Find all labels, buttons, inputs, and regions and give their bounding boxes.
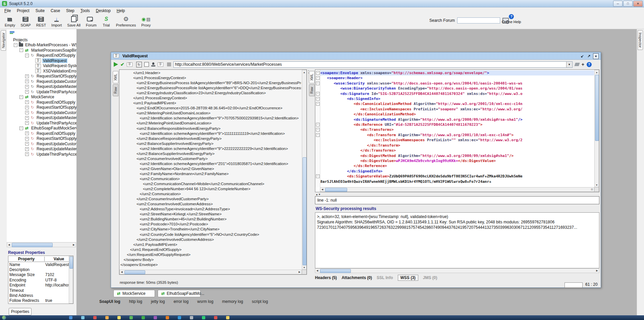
tree-row[interactable]: +RequestStartOfSupply <box>7 136 76 142</box>
property-row[interactable]: Message Size7102 <box>8 272 73 277</box>
taskbar-app-icon[interactable] <box>81 316 85 319</box>
properties-vscrollbar[interactable] <box>69 256 73 304</box>
app-title-bar[interactable]: S SoapUI 5.2.0 ─ □ ✕ <box>0 0 644 7</box>
tree-row[interactable]: +RequestUpdateCustomerInform <box>7 141 76 147</box>
fold-collapse-icon[interactable]: − <box>316 76 320 80</box>
expand-icon[interactable]: + <box>25 106 29 109</box>
request-help-icon[interactable]: ? <box>587 62 592 67</box>
inspector-tab-headers-5-[interactable]: Headers (5) <box>315 275 337 280</box>
expand-icon[interactable]: + <box>25 142 29 146</box>
expand-icon[interactable]: + <box>25 90 29 94</box>
toolbar-button-rest[interactable]: REST <box>34 15 49 28</box>
request-editor[interactable]: </urn1:Header> <urn1:ProcessEnergyContex… <box>119 69 307 275</box>
create-soap-icon[interactable] <box>158 62 163 67</box>
collapse-icon[interactable]: − <box>19 48 23 52</box>
collapse-icon[interactable]: − <box>25 54 29 57</box>
endpoint-combo[interactable]: http://localhost:8080/WebService/service… <box>173 61 573 68</box>
endpoint-dropdown-icon[interactable]: ▼ <box>566 62 572 67</box>
tree-row[interactable]: +RequestEndOfSupply <box>7 100 76 105</box>
submit-request-icon[interactable] <box>114 62 118 67</box>
property-row[interactable]: EncodingUTF-8 <box>8 277 73 282</box>
fold-collapse-icon[interactable]: − <box>316 174 320 178</box>
inspector-tab-attachments-0-[interactable]: Attachments (0) <box>341 275 372 280</box>
menu-item-case[interactable]: Case <box>48 8 63 14</box>
minimize-button[interactable]: ─ <box>613 1 623 7</box>
tree-row[interactable]: XSDValidationErrorRequest <box>7 68 76 74</box>
fold-collapse-icon[interactable]: − <box>316 71 320 75</box>
expand-icon[interactable]: + <box>25 121 29 125</box>
menu-item-desktop[interactable]: Desktop <box>93 8 114 14</box>
toolbar-button-save-all[interactable]: Save All <box>64 15 83 28</box>
expand-icon[interactable]: + <box>25 116 29 120</box>
tree-row[interactable]: −ElhubSoapFaultMockService <box>7 126 76 131</box>
tree-row[interactable]: +RequestUpdateCustomerInform <box>7 79 76 84</box>
log-tab-error-log[interactable]: error log <box>173 299 189 304</box>
expand-icon[interactable]: + <box>25 85 29 89</box>
navigator-tab[interactable]: Navigator <box>1 30 6 51</box>
tree-row[interactable]: +UpdateThirdPartyAccess <box>7 89 76 95</box>
fold-collapse-icon[interactable]: − <box>316 97 320 101</box>
search-forum-input[interactable] <box>457 17 500 23</box>
taskbar-app-icon[interactable] <box>154 316 157 319</box>
property-row[interactable]: Description <box>8 267 73 272</box>
taskbar-app-icon[interactable] <box>226 316 229 319</box>
mdi-close-icon[interactable]: ✕ <box>593 53 599 59</box>
recreate-request-icon[interactable]: ↻ <box>136 62 142 67</box>
response-hscrollbar[interactable]: ◀ ⊡ <box>320 187 594 192</box>
mockservice-window-button[interactable]: ⇄ MockService <box>113 290 155 297</box>
toolbar-button-import[interactable]: Import <box>49 15 64 28</box>
properties-button[interactable]: Properties <box>9 308 32 315</box>
clone-request-icon[interactable] <box>151 62 155 66</box>
resubmit-icon[interactable]: ✔ <box>120 62 124 67</box>
collapse-icon[interactable]: − <box>19 95 23 99</box>
tree-row[interactable]: +RequestStartOfSupply <box>7 74 76 79</box>
property-row[interactable]: Follow Redirectstrue <box>8 298 73 303</box>
fold-collapse-icon[interactable]: − <box>316 82 320 85</box>
taskbar-app-icon[interactable] <box>166 316 169 319</box>
close-button[interactable]: ✕ <box>633 1 643 7</box>
expand-icon[interactable]: + <box>25 137 29 141</box>
tree-row[interactable]: −MarketProcessesSoapBinding <box>7 48 76 53</box>
toolbar-button-empty[interactable]: Empty <box>2 15 18 28</box>
expand-icon[interactable]: + <box>25 79 29 83</box>
maximize-button[interactable]: □ <box>623 1 633 7</box>
taskbar-app-icon[interactable] <box>178 316 181 319</box>
menu-item-help[interactable]: Help <box>114 8 128 14</box>
menu-item-file[interactable]: File <box>1 8 14 14</box>
property-row[interactable]: Timeout <box>8 288 73 293</box>
add-to-testcase-icon[interactable] <box>127 62 132 67</box>
menu-item-project[interactable]: Project <box>14 8 32 14</box>
tree-row[interactable]: −Elhub-MarketProcesses - WS-Security <box>7 43 76 48</box>
tree-row[interactable]: ValidRequest-System/Securit <box>7 63 76 69</box>
log-tab-memory-log[interactable]: memory log <box>222 299 243 304</box>
tree-row[interactable]: +RequestUpdateCustomerInform <box>7 110 76 115</box>
fold-gutter[interactable]: −−−−−−−−−− <box>315 70 320 187</box>
property-row[interactable]: Bind Address <box>8 293 73 298</box>
expand-icon[interactable]: + <box>25 131 29 135</box>
tree-row[interactable]: −MockService <box>7 95 76 100</box>
elhubsoapfault-window-button[interactable]: ⇄ ElhubSoapFaultMo... <box>158 290 201 297</box>
log-tab-script-log[interactable]: script log <box>252 299 268 304</box>
response-vscrollbar[interactable]: ▲ ▼ <box>594 70 599 187</box>
inspector-tab-ssl-info[interactable]: SSL Info <box>377 275 393 280</box>
collapse-icon[interactable]: − <box>14 43 17 47</box>
log-tab-http-log[interactable]: http log <box>129 299 142 304</box>
response-editor[interactable]: −−−−−−−−−− <soapenv:Envelope xmlns:soape… <box>315 69 599 192</box>
tree-row[interactable]: +RequestEndOfSupply <box>7 131 76 136</box>
toolbar-button-trial[interactable]: Trial <box>99 15 113 28</box>
mdi-maximize-icon[interactable]: ↗ <box>586 54 591 59</box>
tree-row[interactable]: +UpdateThirdPartyAccess <box>7 152 76 157</box>
tree-row[interactable]: Projects <box>7 37 76 43</box>
tree-row[interactable]: +RequestStartOfSupply <box>7 105 76 110</box>
wss-results-box[interactable]: >, action=32, token-element=[wsu:Timesta… <box>315 212 599 268</box>
add-endpoint-icon[interactable] <box>574 63 580 66</box>
tree-hscrollbar[interactable]: ◀ ▶ <box>7 242 76 247</box>
inspector-tab-wss-3-[interactable]: WSS (3) <box>398 275 418 281</box>
fold-collapse-icon[interactable]: − <box>316 123 320 126</box>
fold-collapse-icon[interactable]: − <box>316 102 320 106</box>
fold-collapse-icon[interactable]: − <box>316 92 320 96</box>
divider-arrows-icon[interactable]: ▲▼ <box>316 193 321 196</box>
expand-icon[interactable]: + <box>25 74 29 78</box>
request-raw-tab[interactable]: Raw <box>113 84 118 96</box>
toolbar-button-proxy[interactable]: Proxy <box>139 15 153 28</box>
